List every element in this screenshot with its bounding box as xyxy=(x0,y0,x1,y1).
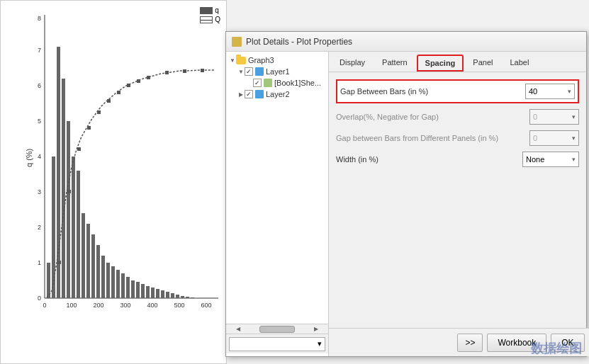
tree-graph3-label: Graph3 xyxy=(248,56,274,64)
gap-panels-control: 0 ▾ xyxy=(529,130,579,146)
svg-text:3: 3 xyxy=(38,188,41,195)
svg-rect-27 xyxy=(91,234,95,298)
tree-scroll-right-btn[interactable]: ▶ xyxy=(314,326,318,332)
tree-arrow-book1 xyxy=(246,79,253,86)
tree-folder-icon xyxy=(236,57,246,64)
svg-text:0: 0 xyxy=(38,295,41,302)
gap-between-bars-value: 40 xyxy=(529,87,537,96)
overlap-dropdown[interactable]: 0 ▾ xyxy=(529,109,579,125)
svg-rect-56 xyxy=(137,79,140,83)
svg-rect-44 xyxy=(176,295,179,298)
gap-between-bars-prop: Gap Between Bars (in %) 40 ▾ xyxy=(340,84,575,99)
svg-rect-37 xyxy=(141,284,145,298)
tree-item-layer2[interactable]: ▶ Layer2 xyxy=(226,89,328,100)
svg-rect-24 xyxy=(77,171,80,298)
svg-rect-25 xyxy=(82,213,85,298)
overlap-row: Overlap(%, Negative for Gap) 0 ▾ xyxy=(336,109,579,125)
svg-rect-41 xyxy=(161,290,164,298)
tab-pattern[interactable]: Pattern xyxy=(374,55,415,72)
tree-bottom-dropdown-arrow: ▾ xyxy=(318,339,322,348)
tab-panel[interactable]: Panel xyxy=(465,55,500,72)
tree-scroll-thumb[interactable] xyxy=(259,326,295,333)
svg-rect-43 xyxy=(171,293,174,298)
tree-arrow-layer2[interactable]: ▶ xyxy=(237,91,245,98)
width-dropdown[interactable]: None ▾ xyxy=(522,152,579,167)
svg-text:300: 300 xyxy=(120,302,130,309)
svg-text:4: 4 xyxy=(38,153,41,160)
svg-text:6: 6 xyxy=(38,82,41,89)
tree-arrow-layer1[interactable]: ▼ xyxy=(237,68,245,75)
tab-spacing[interactable]: Spacing xyxy=(417,55,464,72)
overlap-control: 0 ▾ xyxy=(529,109,579,125)
tree-book1-label: [Book1]She... xyxy=(274,79,321,87)
props-content: Gap Between Bars (in %) 40 ▾ Overlap(%, … xyxy=(329,72,586,356)
tree-layer1-label: Layer1 xyxy=(266,67,290,76)
plot-details-dialog: Plot Details - Plot Properties ▼ Graph3 … xyxy=(225,31,587,357)
svg-rect-51 xyxy=(87,126,91,130)
svg-rect-31 xyxy=(111,266,115,298)
gap-between-bars-control: 40 ▾ xyxy=(525,84,575,99)
svg-rect-55 xyxy=(127,84,130,87)
svg-text:500: 500 xyxy=(174,302,184,309)
svg-rect-49 xyxy=(67,190,71,193)
tree-item-graph3[interactable]: ▼ Graph3 xyxy=(226,55,328,66)
tab-display[interactable]: Display xyxy=(332,55,373,72)
tree-bottom-scrollbar[interactable]: ◀ ▶ xyxy=(226,324,328,334)
gap-between-bars-row: Gap Between Bars (in %) 40 ▾ xyxy=(336,79,579,103)
props-panel: Display Pattern Spacing Panel Label Gap … xyxy=(329,52,586,356)
svg-rect-34 xyxy=(126,277,130,298)
tree-checkbox-layer1[interactable] xyxy=(245,67,253,76)
svg-text:400: 400 xyxy=(147,302,157,309)
svg-rect-46 xyxy=(186,297,189,298)
arrow-forward-btn[interactable]: >> xyxy=(457,334,483,352)
overlap-label: Overlap(%, Negative for Gap) xyxy=(336,113,529,121)
workbook-btn[interactable]: Workbook xyxy=(487,334,546,352)
svg-rect-53 xyxy=(107,99,111,103)
svg-rect-58 xyxy=(165,71,169,74)
tree-bottom-dropdown[interactable]: ▾ xyxy=(229,337,325,351)
dialog-titlebar: Plot Details - Plot Properties xyxy=(226,32,586,52)
overlap-value: 0 xyxy=(533,113,537,121)
tree-panel: ▼ Graph3 ▼ Layer1 [Book1]She... ▶ xyxy=(226,52,329,356)
legend-q-icon xyxy=(200,7,213,14)
svg-text:0: 0 xyxy=(43,302,46,309)
dialog-body: ▼ Graph3 ▼ Layer1 [Book1]She... ▶ xyxy=(226,52,586,356)
tree-item-layer1[interactable]: ▼ Layer1 xyxy=(226,66,328,77)
width-value: None xyxy=(526,155,544,164)
tree-sheet-icon xyxy=(264,79,272,87)
svg-text:7: 7 xyxy=(38,47,41,54)
gap-between-bars-dropdown[interactable]: 40 ▾ xyxy=(525,84,575,99)
tree-checkbox-book1[interactable] xyxy=(253,79,262,87)
svg-text:5: 5 xyxy=(38,118,41,125)
svg-text:8: 8 xyxy=(38,15,41,22)
gap-panels-arrow: ▾ xyxy=(572,135,576,142)
svg-rect-42 xyxy=(166,292,169,298)
dialog-footer: >> Workbook OK Cancel Apply xyxy=(329,328,589,356)
svg-rect-40 xyxy=(156,289,159,298)
tab-label[interactable]: Label xyxy=(502,55,537,72)
tree-layer2-icon xyxy=(255,90,264,98)
svg-rect-59 xyxy=(183,69,186,73)
svg-rect-60 xyxy=(201,69,204,72)
chart-svg: q (%) 0 1 2 3 4 5 6 7 8 0 100 200 300 40… xyxy=(23,15,222,319)
dialog-title-icon xyxy=(232,37,242,47)
ok-btn[interactable]: OK xyxy=(551,334,584,352)
svg-rect-54 xyxy=(117,91,120,94)
svg-text:200: 200 xyxy=(93,302,103,309)
tree-checkbox-layer2[interactable] xyxy=(245,90,253,98)
svg-rect-47 xyxy=(191,297,194,298)
width-control: None ▾ xyxy=(522,152,579,167)
tree-item-book1sheet[interactable]: [Book1]She... xyxy=(226,77,328,89)
gap-panels-row: Gap between Bars from Different Panels (… xyxy=(336,130,579,146)
svg-rect-29 xyxy=(101,256,105,298)
svg-text:100: 100 xyxy=(66,302,77,309)
legend-q: q xyxy=(200,6,220,14)
svg-rect-38 xyxy=(146,286,150,298)
width-row: Width (in %) None ▾ xyxy=(336,152,579,167)
gap-panels-dropdown[interactable]: 0 ▾ xyxy=(529,130,579,146)
legend-q-label: q xyxy=(215,6,219,14)
tree-layer2-label: Layer2 xyxy=(266,90,290,98)
tree-bottom-dropdown-row: ▾ xyxy=(226,334,328,353)
y-axis-label: q (%) xyxy=(25,149,33,167)
tree-arrow-graph3[interactable]: ▼ xyxy=(229,57,236,64)
